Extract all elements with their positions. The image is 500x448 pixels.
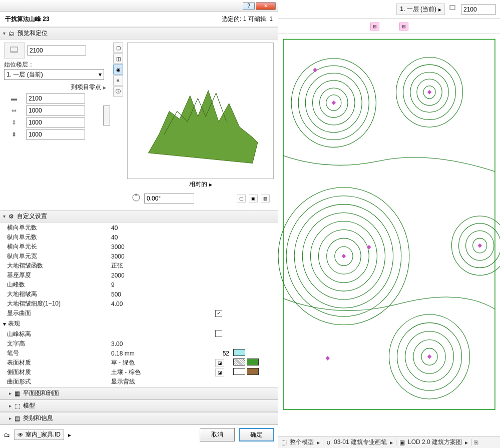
param-value[interactable]: 3000 [111, 244, 211, 250]
preview-3d[interactable] [127, 42, 274, 179]
peak-label-checkbox[interactable] [215, 330, 222, 337]
view-2d-button[interactable]: ▢ [113, 42, 123, 52]
cancel-button[interactable]: 取消 [200, 428, 235, 442]
link-dims-toggle[interactable] [103, 106, 110, 126]
view-info-button[interactable]: ⓘ [113, 86, 123, 96]
relative-dropdown-icon[interactable]: ▸ [209, 181, 212, 188]
collapse-icon: ▾ [3, 30, 6, 36]
dimy-input[interactable] [26, 118, 85, 128]
status-bar: ⬚ 整个模型 ▸ ∪ 03-01 建筑专业画笔 ▸ ▣ LOD 2.0 建筑方案… [278, 436, 500, 448]
param-value[interactable]: 2000 [111, 272, 211, 279]
param-value[interactable]: 正弦 [111, 262, 211, 270]
dimx-input[interactable] [26, 106, 85, 116]
side-color[interactable] [247, 368, 259, 375]
show-surface-checkbox[interactable]: ✓ [215, 310, 222, 317]
status-icon[interactable]: ⬚ [281, 439, 287, 446]
help-button[interactable]: ? [243, 2, 255, 10]
expand-icon: ▸ [9, 416, 12, 421]
section-model-head[interactable]: ▸ ⬚ 模型 [0, 400, 278, 412]
pen-color-chip[interactable] [233, 349, 245, 356]
top-elev-input[interactable] [461, 4, 496, 14]
angle-input[interactable] [144, 194, 194, 204]
param-label: 纵向单元宽 [7, 252, 107, 260]
param-value[interactable]: 0.18 mm [111, 350, 211, 357]
view-list-button[interactable]: ≡ [113, 76, 123, 86]
param-value[interactable]: 9 [111, 282, 211, 288]
marker-a[interactable]: ⊟ [370, 22, 379, 30]
close-button[interactable]: ✕ [256, 2, 276, 10]
mirror-y-icon[interactable]: ▥ [261, 194, 270, 202]
dropdown-icon[interactable]: ▸ [390, 439, 393, 446]
param-value[interactable]: 500 [111, 291, 211, 298]
dimz-icon: ⬍ [4, 130, 24, 140]
view-3d-button[interactable]: ◉ [113, 64, 123, 74]
section-category-head[interactable]: ▸ ▤ 类别和信息 [0, 412, 278, 424]
collapsed-sections: ▸ ▦ 平面图和剖面 ▸ ⬚ 模型 ▸ ▤ 类别和信息 [0, 387, 278, 424]
section-custom-head[interactable]: ▾ ⚙ 自定义设置 [0, 210, 278, 222]
material-picker-icon[interactable]: ◪ [215, 359, 224, 367]
ok-button[interactable]: 确定 [239, 428, 274, 442]
collapse-icon: ▾ [3, 320, 6, 328]
surface-color[interactable] [247, 358, 259, 366]
lod-icon: ▣ [399, 439, 405, 446]
side-hatch[interactable] [233, 368, 245, 375]
mirror-x-icon[interactable]: ▣ [249, 194, 258, 202]
footer-toggle-icon[interactable]: 🗂 [4, 432, 10, 438]
marker-b[interactable]: ⊟ [399, 22, 408, 30]
section-custom-label: 自定义设置 [17, 212, 47, 220]
project-zero-label: 到项目零点 [71, 83, 101, 92]
rotate-icon [131, 192, 141, 204]
param-label: 大地褶皱细度(1~10) [7, 300, 107, 308]
svg-rect-18 [427, 90, 432, 94]
expand-icon: ▸ [9, 390, 12, 396]
viewport-topbar: 1. 一层 (当前) ▸ [278, 0, 500, 19]
param-value[interactable]: 4.00 [111, 300, 211, 308]
category-icon: ▤ [15, 415, 20, 422]
mirror-off-icon[interactable]: ▢ [237, 194, 246, 202]
dimz-input[interactable] [26, 130, 85, 140]
param-value[interactable]: 40 [111, 234, 211, 241]
dialog-footer: 🗂 👁 室内_家具.ID ▸ 取消 确定 [0, 424, 278, 444]
param-value[interactable]: 草 - 绿色 [111, 358, 211, 367]
svg-rect-27 [342, 254, 346, 258]
elevation-icon [4, 42, 25, 58]
chevron-down-icon: ▾ [99, 71, 102, 78]
pen-number[interactable]: 52 [215, 350, 229, 357]
id-display[interactable]: 👁 室内_家具.ID [14, 430, 64, 440]
id-dropdown-icon[interactable]: ▸ [68, 432, 71, 438]
preview-body: 始位楼层： 1. 一层 (当前) ▾ 到项目零点 ▸ ▬ ⇔ [0, 40, 278, 210]
elev2-input[interactable] [26, 94, 85, 104]
status-penset[interactable]: 03-01 建筑专业画笔 [334, 438, 387, 446]
param-value[interactable]: 3.00 [111, 340, 211, 348]
expression-grid: 山峰标高 文字高3.00 笔号0.18 mm52 表面材质草 - 绿色◪ 侧面材… [0, 329, 278, 387]
svg-rect-39 [313, 68, 317, 72]
param-value[interactable]: 40 [111, 224, 211, 232]
plan-canvas[interactable] [278, 34, 500, 436]
surface-hatch[interactable] [233, 358, 245, 366]
custom-params-grid: 横向单元数40 纵向单元数40 横向单元长3000 纵向单元宽3000 大地褶皱… [0, 222, 278, 318]
status-lod[interactable]: LOD 2.0 建筑方案图 [408, 438, 462, 446]
step-icon: ▸ [438, 6, 441, 13]
material-picker-icon[interactable]: ◪ [215, 368, 224, 376]
param-value[interactable]: 土壤 - 棕色 [111, 368, 211, 376]
param-value[interactable]: 3000 [111, 253, 211, 260]
svg-rect-0 [11, 47, 18, 52]
dropdown-icon[interactable]: ▸ [465, 439, 468, 446]
view-front-button[interactable]: ◫ [113, 54, 123, 64]
section-plan-head[interactable]: ▸ ▦ 平面图和剖面 [0, 387, 278, 400]
svg-rect-32 [477, 244, 482, 248]
floor-control[interactable]: 1. 一层 (当前) ▸ [396, 4, 445, 15]
expression-subhead[interactable]: ▾ 表现 [0, 318, 278, 329]
param-value[interactable]: 显示背线 [111, 378, 211, 386]
section-preview-head[interactable]: ▾ 🗂 预览和定位 [0, 27, 278, 40]
viewport-pane: 1. 一层 (当前) ▸ ⊟ ⊟ [278, 0, 500, 448]
dropdown-icon[interactable]: ▸ [317, 439, 320, 446]
expression-label: 表现 [8, 320, 20, 328]
pen-icon: ∪ [326, 439, 331, 446]
extra-icon[interactable]: ⎘ [474, 439, 478, 446]
elevation-input[interactable] [27, 46, 86, 56]
id-label: 室内_家具.ID [26, 430, 61, 439]
param-label: 横向单元长 [7, 242, 107, 251]
status-model[interactable]: 整个模型 [290, 438, 314, 446]
floor-dropdown[interactable]: 1. 一层 (当前) ▾ [4, 69, 104, 80]
